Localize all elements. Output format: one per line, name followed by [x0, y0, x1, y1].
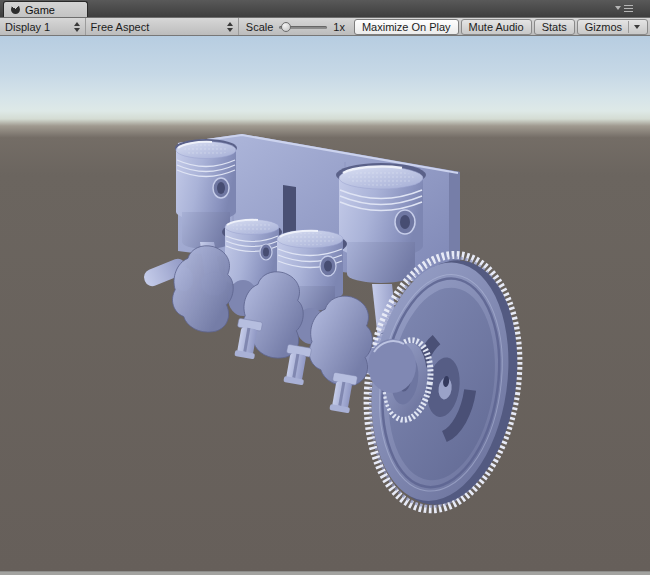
- tab-game[interactable]: Game: [3, 1, 88, 17]
- maximize-on-play-button[interactable]: Maximize On Play: [354, 19, 459, 35]
- window-bottom-edge: [0, 571, 650, 575]
- game-viewport[interactable]: [0, 36, 650, 571]
- game-toolbar: Display 1 Free Aspect Scale 1x Maximize …: [0, 17, 650, 36]
- dropdown-arrows-icon: [227, 22, 233, 32]
- aspect-dropdown-label: Free Aspect: [91, 21, 221, 33]
- scale-value: 1x: [333, 21, 345, 33]
- gizmos-label: Gizmos: [585, 21, 622, 33]
- stats-button[interactable]: Stats: [534, 19, 575, 35]
- dropdown-arrows-icon: [74, 22, 80, 32]
- display-dropdown[interactable]: Display 1: [0, 18, 86, 35]
- game-viewport-render: [0, 36, 650, 571]
- mute-audio-button[interactable]: Mute Audio: [461, 19, 532, 35]
- caret-down-icon: [615, 6, 621, 10]
- crank-hub: [368, 339, 416, 393]
- slider-knob[interactable]: [281, 22, 291, 32]
- display-dropdown-label: Display 1: [5, 21, 68, 33]
- gizmos-dropdown-icon[interactable]: [628, 21, 640, 33]
- scale-label: Scale: [246, 21, 274, 33]
- tab-bar: Game: [0, 0, 650, 17]
- gizmos-button[interactable]: Gizmos: [577, 19, 648, 35]
- scale-control: Scale 1x: [239, 18, 352, 35]
- panel-menu-icon[interactable]: [615, 6, 633, 10]
- aspect-dropdown[interactable]: Free Aspect: [86, 18, 239, 35]
- tab-label: Game: [25, 4, 55, 16]
- game-view-icon: [11, 5, 20, 14]
- toolbar-buttons: Maximize On Play Mute Audio Stats Gizmos: [352, 18, 650, 35]
- scale-slider[interactable]: [279, 21, 327, 33]
- hamburger-icon: [624, 8, 633, 9]
- game-panel: Game Display 1 Free Aspect Scale 1x Maxi…: [0, 0, 650, 575]
